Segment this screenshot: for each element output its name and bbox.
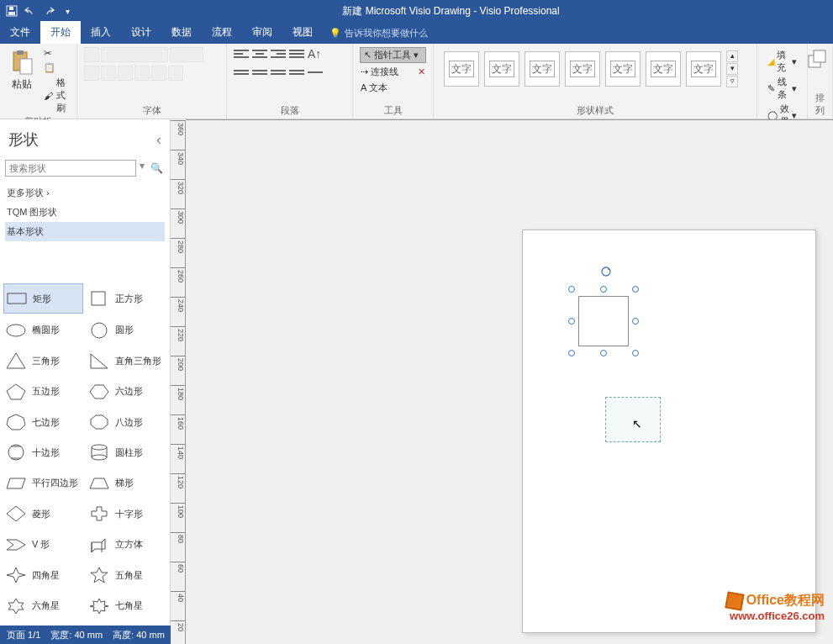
align-middle-icon[interactable] — [252, 66, 267, 79]
connector-tool-button[interactable]: ⇢ 连接线 ✕ — [360, 65, 426, 79]
svg-point-10 — [7, 325, 25, 336]
align-center-icon[interactable] — [252, 47, 267, 61]
more-shapes-link[interactable]: 更多形状 › — [5, 183, 165, 203]
shape-icon — [88, 566, 110, 584]
shape-item-19[interactable]: 五角星 — [87, 561, 166, 589]
shape-item-20[interactable]: 六角星 — [3, 592, 83, 620]
shape-icon — [6, 289, 28, 308]
paste-button[interactable]: 粘贴 — [7, 47, 37, 93]
cut-button[interactable]: ✂ — [42, 47, 70, 60]
tell-me-search[interactable]: 💡 告诉我你想要做什么 — [323, 23, 435, 44]
selected-shape[interactable] — [572, 289, 635, 353]
align-left-icon[interactable] — [234, 47, 249, 61]
undo-icon[interactable] — [24, 4, 37, 18]
text-tool-button[interactable]: A 文本 — [360, 81, 426, 95]
shape-icon — [5, 321, 27, 340]
line-button[interactable]: ✎线条▾ — [767, 76, 797, 101]
shape-item-12[interactable]: 平行四边形 — [3, 469, 83, 498]
shape-item-10[interactable]: 十边形 — [3, 438, 83, 467]
shape-item-6[interactable]: 五边形 — [3, 377, 83, 405]
save-icon[interactable] — [5, 4, 18, 18]
tab-process[interactable]: 流程 — [202, 21, 242, 44]
shape-item-0[interactable]: 矩形 — [3, 283, 83, 314]
shape-style-1[interactable]: 文字 — [444, 51, 479, 87]
shape-item-1[interactable]: 正方形 — [87, 283, 166, 314]
shape-item-4[interactable]: 三角形 — [3, 346, 83, 375]
canvas-area: -220-200-180-160-140-120-100-80-60-40-20… — [171, 119, 833, 626]
indent-icon[interactable] — [289, 66, 304, 79]
shape-item-5[interactable]: 直角三角形 — [87, 346, 166, 375]
watermark: Office教程网 www.office26.com — [726, 592, 825, 622]
shape-item-18[interactable]: 四角星 — [3, 561, 83, 589]
align-right-icon[interactable] — [271, 47, 286, 61]
align-bottom-icon[interactable] — [271, 66, 286, 79]
drawing-canvas[interactable]: ↖ — [186, 120, 833, 644]
copy-icon: 📋 — [44, 62, 55, 73]
shape-item-16[interactable]: V 形 — [3, 531, 83, 559]
arrange-button[interactable] — [815, 47, 825, 77]
redo-icon[interactable] — [42, 4, 55, 18]
shape-item-21[interactable]: 七角星 — [87, 592, 166, 620]
styles-scroll-up-icon[interactable]: ▴ — [726, 50, 738, 62]
chevron-right-icon: › — [46, 187, 50, 198]
shape-item-11[interactable]: 圆柱形 — [87, 438, 166, 467]
shape-item-8[interactable]: 七边形 — [3, 408, 83, 436]
quick-access-toolbar: ▾ — [5, 4, 74, 18]
shape-style-5[interactable]: 文字 — [605, 51, 641, 87]
search-icon[interactable]: 🔍 — [148, 160, 165, 177]
scissors-icon: ✂ — [44, 48, 51, 59]
tab-design[interactable]: 设计 — [121, 21, 161, 44]
shape-item-14[interactable]: 菱形 — [3, 499, 83, 528]
group-label: 形状样式 — [440, 104, 750, 117]
close-icon[interactable]: ✕ — [418, 66, 425, 77]
chevron-left-icon[interactable]: ‹ — [156, 131, 161, 149]
qat-dropdown-icon[interactable]: ▾ — [61, 4, 74, 18]
shape-item-7[interactable]: 六边形 — [87, 377, 166, 405]
shape-item-2[interactable]: 椭圆形 — [3, 315, 83, 344]
shape-item-9[interactable]: 八边形 — [87, 408, 166, 436]
styles-scroll-down-icon[interactable]: ▾ — [726, 63, 738, 75]
format-painter-button[interactable]: 🖌 格式刷 — [42, 76, 70, 115]
status-page: 页面 1/1 — [7, 629, 40, 641]
stencil-tqm[interactable]: TQM 图形状 — [5, 203, 165, 222]
shape-item-13[interactable]: 梯形 — [87, 469, 166, 498]
shape-item-17[interactable]: 立方体 — [87, 531, 166, 559]
shapes-pane: 形状 ‹ ▾ 🔍 更多形状 › TQM 图形状 基本形状 矩形正方形椭圆形圆形三… — [0, 119, 171, 626]
shape-style-4[interactable]: 文字 — [565, 51, 600, 87]
fill-button[interactable]: ◢填充▾ — [767, 49, 797, 74]
brush-icon: 🖌 — [44, 91, 53, 101]
title-bar: ▾ 新建 Microsoft Visio Drawing - Visio Pro… — [0, 0, 833, 22]
watermark-icon — [725, 591, 744, 610]
tab-insert[interactable]: 插入 — [81, 21, 121, 44]
shape-style-2[interactable]: 文字 — [484, 51, 519, 87]
shape-style-7[interactable]: 文字 — [686, 51, 721, 87]
tab-file[interactable]: 文件 — [0, 21, 40, 44]
shape-item-15[interactable]: 十字形 — [87, 499, 166, 528]
align-top-icon[interactable] — [234, 66, 249, 79]
pointer-tool-button[interactable]: ↖ 指针工具 ▾ — [360, 47, 426, 63]
ribbon-group-arrange: 排列 — [808, 44, 833, 119]
rotate-text-icon[interactable] — [308, 66, 323, 79]
styles-more-icon[interactable]: ▿ — [726, 76, 738, 87]
drawing-page[interactable]: ↖ — [522, 230, 816, 633]
tab-view[interactable]: 视图 — [282, 21, 323, 44]
search-dropdown-icon[interactable]: ▾ — [140, 160, 145, 177]
shape-icon — [5, 413, 27, 431]
stencil-basic-shapes[interactable]: 基本形状 — [5, 222, 165, 241]
search-shapes-input[interactable] — [5, 160, 136, 177]
shape-style-3[interactable]: 文字 — [525, 51, 560, 87]
ribbon-group-tools: ↖ 指针工具 ▾ ⇢ 连接线 ✕ A 文本 工具 — [353, 44, 434, 119]
bullets-icon[interactable] — [289, 47, 304, 61]
tab-review[interactable]: 审阅 — [242, 21, 282, 44]
shape-item-3[interactable]: 圆形 — [87, 315, 166, 344]
shape-icon — [5, 474, 27, 493]
lightbulb-icon: 💡 — [330, 28, 341, 39]
shape-icon — [5, 504, 27, 523]
tab-home[interactable]: 开始 — [40, 21, 81, 44]
font-size-increase-icon[interactable]: A↑ — [308, 47, 321, 61]
copy-button[interactable]: 📋 — [42, 61, 70, 74]
shapes-pane-title: 形状 — [8, 129, 39, 150]
shape-style-6[interactable]: 文字 — [646, 51, 681, 87]
tab-data[interactable]: 数据 — [161, 21, 202, 44]
rotation-handle-icon[interactable] — [600, 266, 612, 277]
